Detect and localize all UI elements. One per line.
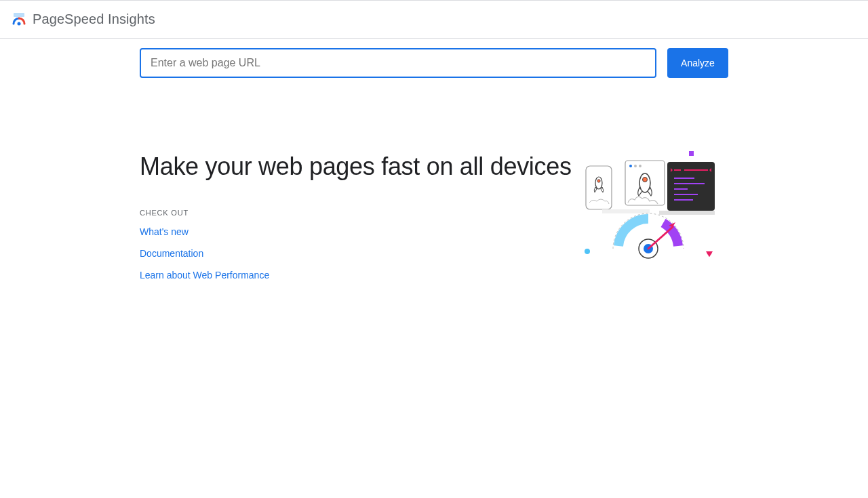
content: Make your web pages fast on all devices … — [0, 78, 868, 281]
svg-point-17 — [634, 165, 637, 167]
link-documentation[interactable]: Documentation — [140, 248, 579, 259]
svg-point-23 — [597, 180, 600, 182]
links-list: What's new Documentation Learn about Web… — [140, 226, 579, 281]
page-headline: Make your web pages fast on all devices — [140, 151, 579, 183]
analyze-button[interactable]: Analyze — [667, 48, 728, 78]
hero-illustration — [579, 146, 728, 281]
checkout-label: CHECK OUT — [140, 209, 579, 217]
app-title: PageSpeed Insights — [33, 12, 155, 27]
search-section: Analyze — [0, 39, 868, 78]
svg-rect-0 — [14, 13, 24, 17]
header: PageSpeed Insights — [0, 1, 868, 39]
pagespeed-logo-icon — [11, 12, 27, 28]
svg-line-27 — [648, 227, 673, 249]
link-learn-web-performance[interactable]: Learn about Web Performance — [140, 270, 579, 281]
svg-point-18 — [639, 165, 642, 167]
svg-point-20 — [643, 178, 648, 182]
svg-rect-14 — [659, 211, 715, 215]
svg-point-16 — [629, 165, 632, 167]
logo-wrap: PageSpeed Insights — [11, 12, 155, 28]
svg-point-1 — [18, 22, 21, 25]
svg-rect-6 — [667, 162, 715, 211]
link-whats-new[interactable]: What's new — [140, 226, 579, 237]
svg-point-22 — [595, 177, 602, 189]
svg-rect-24 — [602, 209, 650, 213]
svg-marker-5 — [706, 251, 713, 257]
url-input[interactable] — [140, 48, 656, 78]
svg-rect-2 — [689, 151, 694, 156]
svg-point-3 — [585, 249, 590, 254]
